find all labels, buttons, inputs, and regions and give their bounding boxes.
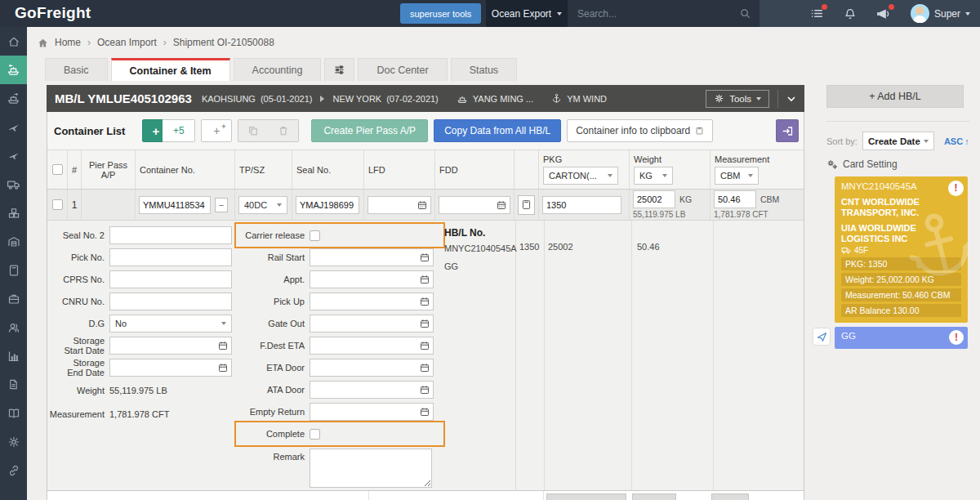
cutoff-button[interactable] — [632, 493, 676, 500]
add-container-with-copy-button[interactable]: + + — [201, 119, 232, 142]
cutoff-button[interactable] — [711, 493, 749, 500]
sort-direction-toggle[interactable]: ASC ↑ — [944, 136, 969, 146]
eta-door-date-input[interactable] — [310, 359, 434, 377]
search-icon[interactable] — [739, 7, 751, 20]
hbl-card-mnyc[interactable]: MNYC21040545A ! CNT WORLDWIDE TRANSPORT,… — [835, 176, 968, 323]
tab-container-item[interactable]: Container & Item — [111, 58, 230, 81]
tools-dropdown-button[interactable]: Tools — [706, 90, 769, 108]
measurement-input[interactable] — [714, 190, 756, 208]
dg-select[interactable]: No — [109, 315, 232, 333]
fdd-date-field[interactable] — [439, 198, 497, 212]
storage-start-field[interactable] — [110, 338, 218, 353]
ata-door-date-input[interactable] — [310, 381, 434, 399]
sidebar-item-contacts[interactable] — [0, 313, 27, 342]
fdest-eta-field[interactable] — [310, 338, 420, 353]
sidebar-item-ocean-export[interactable] — [0, 84, 27, 113]
search-input[interactable] — [576, 7, 739, 20]
container-info-clipboard-button[interactable]: Container info to clipboard — [567, 119, 713, 142]
add-multiple-containers-button[interactable]: +5 — [163, 119, 195, 142]
cutoff-button[interactable] — [546, 493, 626, 500]
tab-status[interactable]: Status — [451, 58, 517, 81]
user-menu[interactable]: Super — [911, 4, 970, 23]
sidebar-item-jobs[interactable] — [0, 284, 27, 313]
fdest-eta-date-input[interactable] — [310, 337, 434, 355]
pick-up-date-input[interactable] — [310, 292, 434, 310]
collapse-mbl-chevron[interactable] — [777, 90, 796, 108]
carrier-release-checkbox[interactable] — [310, 230, 320, 241]
breadcrumb-home[interactable]: Home — [55, 37, 81, 48]
empty-return-date-input[interactable] — [310, 403, 434, 421]
cnru-no-input[interactable] — [109, 292, 232, 310]
hbl-link[interactable]: MNYC21040545A — [444, 243, 517, 253]
select-all-checkbox[interactable] — [52, 164, 63, 175]
sidebar-item-air-export[interactable] — [0, 141, 27, 170]
add-hbl-button[interactable]: + Add HB/L — [826, 85, 964, 108]
rail-start-field[interactable] — [310, 250, 420, 265]
seal-no-input[interactable] — [296, 196, 359, 214]
department-select[interactable]: Ocean Export — [486, 0, 568, 27]
cprs-no-input[interactable] — [109, 270, 232, 288]
tab-accounting[interactable]: Accounting — [234, 58, 322, 81]
empty-return-field[interactable] — [310, 404, 420, 419]
gate-out-date-input[interactable] — [310, 315, 434, 333]
delete-container-button[interactable] — [268, 119, 299, 142]
sidebar-item-ledger[interactable] — [0, 399, 27, 427]
dispatch-send-button[interactable] — [813, 328, 831, 346]
appt-field[interactable] — [310, 272, 420, 287]
create-pier-pass-button[interactable]: Create Pier Pass A/P — [311, 119, 428, 142]
ata-door-field[interactable] — [310, 382, 420, 397]
storage-end-field[interactable] — [110, 360, 218, 375]
gate-out-field[interactable] — [310, 316, 420, 331]
lfd-date-input[interactable] — [368, 196, 431, 214]
duplicate-container-button[interactable] — [238, 119, 269, 142]
rail-start-date-input[interactable] — [310, 248, 434, 266]
send-to-dispatch-button[interactable] — [776, 119, 799, 142]
sort-select[interactable]: Create Date — [862, 132, 934, 150]
tab-basic[interactable]: Basic — [45, 58, 108, 81]
seal-no-2-input[interactable] — [109, 226, 232, 244]
hbl-link[interactable]: GG — [444, 261, 517, 271]
sidebar-item-documents[interactable] — [0, 370, 27, 399]
container-no-input[interactable] — [139, 196, 211, 214]
sidebar-item-settings[interactable] — [0, 427, 27, 456]
sidebar-item-integrations[interactable] — [0, 456, 27, 484]
storage-end-date-input[interactable] — [109, 359, 232, 377]
sidebar-item-ocean-import[interactable] — [0, 56, 27, 84]
superuser-tools-button[interactable]: superuser tools — [400, 3, 481, 24]
eta-door-field[interactable] — [310, 360, 420, 375]
sidebar-item-reports[interactable] — [0, 342, 27, 370]
lfd-date-field[interactable] — [368, 198, 417, 212]
copy-data-from-hbl-button[interactable]: Copy Data from All HB/L — [434, 119, 561, 142]
pick-up-field[interactable] — [310, 294, 420, 309]
sidebar-item-home[interactable] — [0, 27, 27, 56]
weight-input[interactable] — [633, 190, 675, 208]
tab-doc-center[interactable]: Doc Center — [358, 58, 447, 81]
fdd-date-input[interactable] — [439, 196, 510, 214]
tasks-list-icon[interactable] — [810, 7, 824, 20]
sidebar-item-air-import[interactable] — [0, 113, 27, 141]
bell-icon[interactable] — [844, 7, 857, 20]
complete-checkbox[interactable] — [310, 429, 320, 440]
measurement-unit-select[interactable]: CBM — [715, 167, 759, 185]
breadcrumb-ocean-import[interactable]: Ocean Import — [97, 37, 157, 48]
storage-start-date-input[interactable] — [109, 337, 232, 355]
calculate-weight-button[interactable] — [518, 195, 535, 215]
pick-no-input[interactable] — [109, 248, 232, 266]
sidebar-item-warehouse[interactable] — [0, 227, 27, 256]
breadcrumb-shipment[interactable]: Shipment OI-21050088 — [173, 37, 274, 48]
sidebar-item-accounting[interactable] — [0, 256, 27, 284]
remark-textarea[interactable] — [310, 449, 432, 488]
hbl-card-gg[interactable]: GG ! — [835, 327, 968, 349]
pkg-input[interactable] — [542, 196, 621, 214]
sidebar-item-trucking[interactable] — [0, 170, 27, 199]
weight-unit-select[interactable]: KG — [634, 167, 673, 185]
card-setting-button[interactable]: Card Setting — [826, 158, 970, 170]
row-checkbox[interactable] — [52, 199, 63, 210]
collapse-row-button[interactable]: − — [215, 198, 228, 212]
sidebar-item-supplies[interactable] — [0, 199, 27, 227]
tpsz-select[interactable]: 40DC — [238, 196, 287, 214]
announcement-megaphone-icon[interactable] — [876, 7, 891, 21]
pkg-unit-select[interactable]: CARTON(... — [543, 167, 618, 185]
appt-date-input[interactable] — [310, 270, 434, 288]
tab-options-sliders[interactable] — [324, 58, 354, 81]
